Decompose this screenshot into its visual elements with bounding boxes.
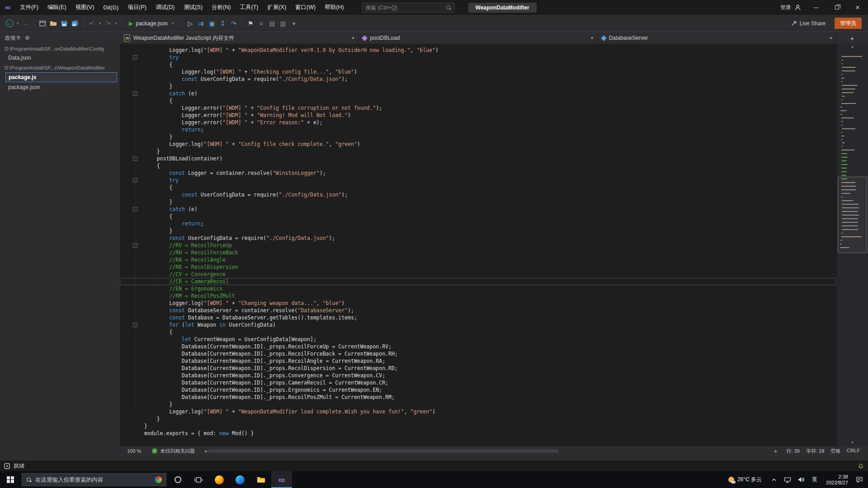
code-line[interactable]: const Database = DatabaseServer.getTable… (120, 314, 836, 321)
code-line[interactable]: Database[CurrentWeapon.ID]._props.Conver… (120, 372, 836, 379)
code-line[interactable]: return; (120, 126, 836, 133)
code-line[interactable]: const DatabaseServer = container.resolve… (120, 307, 836, 314)
code-line[interactable]: const UserConfigData = require("./Config… (120, 235, 836, 242)
code-line[interactable]: //RM = RecoilPosZMult (120, 292, 836, 300)
code-line[interactable]: - catch (e) (120, 206, 836, 213)
code-line[interactable]: - postDBLoad(container) (120, 155, 836, 162)
code-line[interactable]: Logger.log("[WDM] " + "WeaponDataModifie… (120, 408, 836, 415)
code-line[interactable]: - for (let Weapon in UserConfigData) (120, 321, 836, 328)
code-line[interactable]: - catch (e) (120, 90, 836, 97)
toolbar-overflow-icon[interactable]: ▾ (289, 18, 299, 29)
code-line[interactable]: const UserConfigData = require("./Config… (120, 191, 836, 198)
taskbar-app-edge[interactable] (230, 471, 250, 488)
menu-help[interactable]: 帮助(H) (320, 0, 348, 15)
code-line[interactable]: Logger.error("[WDM] " + "Config file cor… (120, 104, 836, 112)
redo-icon[interactable]: ↷ (103, 18, 113, 29)
code-line[interactable]: Logger.log("[WDM] " + "Changing weapon d… (120, 300, 836, 307)
taskbar-clock[interactable]: 2:38 2022/8/27 (822, 474, 852, 486)
code-line[interactable]: //CR = CameraRecoil (120, 278, 836, 285)
minimap-viewport[interactable] (838, 177, 867, 253)
volume-button[interactable] (795, 471, 807, 488)
code-line[interactable]: let CurrentWeapon = UserConfigData[Weapo… (120, 336, 836, 343)
code-line[interactable]: Logger.log("[WDM] " + "Config file check… (120, 141, 836, 148)
code-line[interactable]: } (120, 83, 836, 90)
scroll-right-button[interactable]: ▶ (773, 449, 779, 453)
save-all-icon[interactable] (70, 18, 80, 29)
run-without-debug-icon[interactable]: ▷ (185, 18, 195, 29)
code-line[interactable]: { (120, 213, 836, 220)
task-list-icon[interactable]: ≡ (256, 18, 266, 29)
start-button[interactable] (0, 471, 21, 488)
step-over-icon[interactable]: ↷ (229, 18, 239, 29)
navigate-forward-icon[interactable]: → (21, 18, 31, 29)
code-line[interactable]: Database[CurrentWeapon.ID]._props.RecolD… (120, 365, 836, 372)
undo-dropdown[interactable]: ▾ (98, 21, 102, 25)
weather-widget[interactable]: 26°C 多云 (724, 476, 766, 483)
menu-git[interactable]: Git(G) (99, 0, 123, 15)
code-line[interactable]: { (120, 61, 836, 68)
code-line[interactable]: const Logger = container.resolve("Winsto… (120, 169, 836, 177)
break-all-icon[interactable]: ▣ (207, 18, 217, 29)
taskbar-search-box[interactable] (22, 473, 166, 486)
fold-marker-icon[interactable]: - (133, 323, 137, 327)
undo-icon[interactable]: ↶ (87, 18, 97, 29)
menu-tools[interactable]: 工具(T) (235, 0, 263, 15)
code-map-icon[interactable]: ▤ (267, 18, 277, 29)
zoom-level-dropdown[interactable]: 100 % (123, 448, 146, 454)
hidden-icons-button[interactable] (768, 471, 780, 488)
code-line[interactable]: - try (120, 54, 836, 61)
navigate-backward-dropdown[interactable]: ▾ (15, 21, 20, 25)
tab-item-package.js[interactable]: package.js (5, 72, 117, 82)
code-line[interactable]: const UserConfigData = require("./Config… (120, 75, 836, 83)
fold-marker-icon[interactable]: - (133, 207, 137, 211)
tab-item-Data.json[interactable]: Data.json (5, 53, 117, 62)
column-indicator[interactable]: 字符: 28 (806, 448, 824, 455)
spaces-indicator[interactable]: 空格 (830, 448, 840, 455)
cortana-button[interactable] (167, 471, 188, 488)
code-line[interactable]: Database[CurrentWeapon.ID]._props.Recoil… (120, 394, 836, 401)
code-line[interactable]: } (120, 227, 836, 235)
menu-file[interactable]: 文件(F) (15, 0, 43, 15)
bookmark-icon[interactable]: ⚑ (245, 18, 255, 29)
sign-in-button[interactable]: 登录 (776, 4, 806, 11)
add-view-button[interactable]: + (836, 32, 868, 44)
code-line[interactable]: Database[CurrentWeapon.ID]._props.Recoil… (120, 343, 836, 350)
code-line[interactable]: Logger.log("[WDM] " + "WeaponDataModifie… (120, 47, 836, 54)
code-line[interactable]: //EN = Ergonomics (120, 285, 836, 292)
attach-to-process-icon[interactable]: ⇉ (196, 18, 206, 29)
eol-indicator[interactable]: CRLF (847, 448, 860, 455)
taskbar-app-visual-studio[interactable]: ∞ (271, 471, 292, 488)
code-line[interactable]: Database[CurrentWeapon.ID]._props.Recoil… (120, 357, 836, 365)
code-line[interactable]: Logger.log("[WDM] " + "Checking config f… (120, 68, 836, 75)
new-project-icon[interactable] (38, 18, 47, 29)
code-line[interactable]: } (120, 422, 836, 430)
code-line[interactable]: } (120, 148, 836, 155)
taskbar-app-file-explorer[interactable] (250, 471, 271, 488)
code-line[interactable]: //RD = RecolDispersion (120, 263, 836, 271)
menu-project[interactable]: 项目(P) (123, 0, 151, 15)
code-line[interactable]: } (120, 401, 836, 408)
hscroll-thumb[interactable] (208, 449, 558, 453)
minimize-button[interactable]: ─ (806, 0, 826, 15)
navbar-symbol-dropdown[interactable]: DatabaseServer ▾ (598, 32, 836, 44)
fold-marker-icon[interactable]: - (133, 91, 137, 96)
menu-window[interactable]: 窗口(W) (291, 0, 320, 15)
fold-marker-icon[interactable]: - (133, 178, 137, 183)
code-line[interactable]: Database[CurrentWeapon.ID]._props.Recoil… (120, 350, 836, 357)
code-line[interactable]: - try (120, 177, 836, 184)
code-line[interactable]: module.exports = { mod: new Mod() } (120, 430, 836, 437)
scroll-down-button[interactable]: ▼ (837, 440, 868, 446)
quick-search-input[interactable] (366, 5, 446, 11)
code-line[interactable]: - //RV = RecoilForceUp (120, 242, 836, 249)
input-language-button[interactable]: 英 (809, 471, 821, 488)
code-line[interactable]: } (120, 133, 836, 141)
menu-edit[interactable]: 编辑(E) (43, 0, 71, 15)
redo-dropdown[interactable]: ▾ (114, 21, 118, 25)
task-view-button[interactable] (188, 471, 209, 488)
maximize-button[interactable] (826, 0, 847, 15)
scroll-left-button[interactable]: ◀ (202, 449, 208, 453)
hscroll-track[interactable] (208, 449, 773, 453)
minimap-scrollbar[interactable]: ▲ ▼ (836, 44, 868, 446)
code-line[interactable]: } (120, 198, 836, 206)
navigate-backward-icon[interactable]: ← (5, 18, 14, 29)
